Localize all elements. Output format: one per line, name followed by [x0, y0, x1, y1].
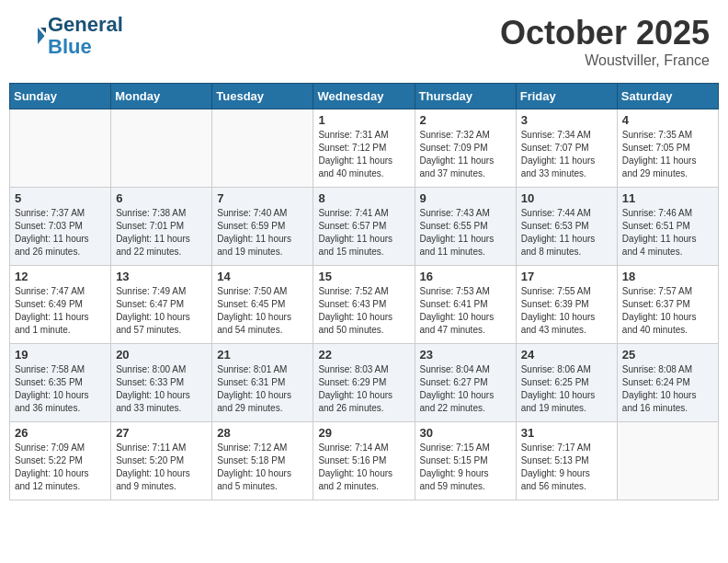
- day-info: Sunrise: 7:31 AM Sunset: 7:12 PM Dayligh…: [318, 129, 409, 180]
- day-info: Sunrise: 8:04 AM Sunset: 6:27 PM Dayligh…: [420, 363, 511, 415]
- day-info: Sunrise: 7:34 AM Sunset: 7:07 PM Dayligh…: [521, 129, 612, 180]
- calendar-day-cell: 3Sunrise: 7:34 AM Sunset: 7:07 PM Daylig…: [516, 109, 617, 188]
- day-number: 28: [217, 426, 308, 440]
- calendar-day-cell: 31Sunrise: 7:17 AM Sunset: 5:13 PM Dayli…: [516, 422, 617, 500]
- day-number: 14: [217, 270, 308, 283]
- day-number: 29: [318, 426, 409, 440]
- day-number: 11: [622, 191, 713, 205]
- calendar-day-cell: 7Sunrise: 7:40 AM Sunset: 6:59 PM Daylig…: [212, 188, 313, 266]
- calendar-week-row: 12Sunrise: 7:47 AM Sunset: 6:49 PM Dayli…: [10, 266, 719, 344]
- day-info: Sunrise: 7:57 AM Sunset: 6:37 PM Dayligh…: [622, 285, 713, 337]
- logo: General Blue: [18, 14, 123, 58]
- day-info: Sunrise: 7:38 AM Sunset: 7:01 PM Dayligh…: [116, 207, 207, 259]
- logo-text: General Blue: [48, 14, 123, 58]
- calendar-day-cell: 29Sunrise: 7:14 AM Sunset: 5:16 PM Dayli…: [313, 422, 415, 500]
- day-info: Sunrise: 7:17 AM Sunset: 5:13 PM Dayligh…: [521, 442, 612, 493]
- calendar-day-cell: 21Sunrise: 8:01 AM Sunset: 6:31 PM Dayli…: [212, 344, 313, 422]
- calendar-day-cell: 26Sunrise: 7:09 AM Sunset: 5:22 PM Dayli…: [10, 422, 111, 500]
- logo-line2: Blue: [48, 36, 123, 58]
- day-number: 27: [116, 426, 207, 440]
- calendar-day-cell: 27Sunrise: 7:11 AM Sunset: 5:20 PM Dayli…: [111, 422, 212, 500]
- day-number: 25: [622, 348, 713, 362]
- logo-line1: General: [48, 14, 123, 36]
- day-number: 23: [420, 348, 511, 362]
- location-title: Woustviller, France: [500, 52, 710, 69]
- calendar-week-row: 26Sunrise: 7:09 AM Sunset: 5:22 PM Dayli…: [10, 422, 719, 500]
- calendar-day-cell: 5Sunrise: 7:37 AM Sunset: 7:03 PM Daylig…: [10, 188, 111, 266]
- calendar-day-cell: 12Sunrise: 7:47 AM Sunset: 6:49 PM Dayli…: [10, 266, 111, 344]
- calendar-day-cell: 8Sunrise: 7:41 AM Sunset: 6:57 PM Daylig…: [313, 188, 415, 266]
- day-info: Sunrise: 7:41 AM Sunset: 6:57 PM Dayligh…: [318, 207, 409, 259]
- day-number: 10: [521, 191, 612, 205]
- day-info: Sunrise: 7:52 AM Sunset: 6:43 PM Dayligh…: [318, 285, 409, 337]
- weekday-header: Friday: [516, 84, 617, 109]
- calendar-day-cell: 22Sunrise: 8:03 AM Sunset: 6:29 PM Dayli…: [313, 344, 415, 422]
- day-number: 19: [15, 348, 106, 362]
- day-info: Sunrise: 7:32 AM Sunset: 7:09 PM Dayligh…: [420, 129, 511, 180]
- calendar-day-cell: 2Sunrise: 7:32 AM Sunset: 7:09 PM Daylig…: [415, 109, 516, 188]
- day-info: Sunrise: 7:40 AM Sunset: 6:59 PM Dayligh…: [217, 207, 308, 259]
- day-info: Sunrise: 7:11 AM Sunset: 5:20 PM Dayligh…: [116, 442, 207, 493]
- weekday-header: Tuesday: [212, 84, 313, 109]
- day-info: Sunrise: 7:35 AM Sunset: 7:05 PM Dayligh…: [622, 129, 713, 180]
- day-number: 16: [420, 270, 511, 283]
- day-number: 7: [217, 191, 308, 205]
- calendar-day-cell: 15Sunrise: 7:52 AM Sunset: 6:43 PM Dayli…: [313, 266, 415, 344]
- calendar-day-cell: 25Sunrise: 8:08 AM Sunset: 6:24 PM Dayli…: [617, 344, 718, 422]
- day-info: Sunrise: 7:49 AM Sunset: 6:47 PM Dayligh…: [116, 285, 207, 337]
- calendar-day-cell: 14Sunrise: 7:50 AM Sunset: 6:45 PM Dayli…: [212, 266, 313, 344]
- day-number: 12: [15, 270, 106, 283]
- calendar-day-cell: 17Sunrise: 7:55 AM Sunset: 6:39 PM Dayli…: [516, 266, 617, 344]
- day-number: 5: [15, 191, 106, 205]
- calendar-day-cell: 20Sunrise: 8:00 AM Sunset: 6:33 PM Dayli…: [111, 344, 212, 422]
- day-info: Sunrise: 7:37 AM Sunset: 7:03 PM Dayligh…: [15, 207, 106, 259]
- calendar-day-cell: [10, 109, 111, 188]
- calendar-day-cell: 19Sunrise: 7:58 AM Sunset: 6:35 PM Dayli…: [10, 344, 111, 422]
- calendar-day-cell: 4Sunrise: 7:35 AM Sunset: 7:05 PM Daylig…: [617, 109, 718, 188]
- title-block: October 2025 Woustviller, France: [500, 14, 710, 69]
- calendar-day-cell: 24Sunrise: 8:06 AM Sunset: 6:25 PM Dayli…: [516, 344, 617, 422]
- calendar-day-cell: [111, 109, 212, 188]
- day-number: 13: [116, 270, 207, 283]
- weekday-header: Thursday: [415, 84, 516, 109]
- day-number: 3: [521, 113, 612, 127]
- calendar-day-cell: 9Sunrise: 7:43 AM Sunset: 6:55 PM Daylig…: [415, 188, 516, 266]
- day-number: 9: [420, 191, 511, 205]
- day-number: 8: [318, 191, 409, 205]
- calendar-day-cell: [617, 422, 718, 500]
- calendar-day-cell: 30Sunrise: 7:15 AM Sunset: 5:15 PM Dayli…: [415, 422, 516, 500]
- day-info: Sunrise: 8:00 AM Sunset: 6:33 PM Dayligh…: [116, 363, 207, 415]
- day-number: 17: [521, 270, 612, 283]
- day-info: Sunrise: 7:55 AM Sunset: 6:39 PM Dayligh…: [521, 285, 612, 337]
- day-info: Sunrise: 7:43 AM Sunset: 6:55 PM Dayligh…: [420, 207, 511, 259]
- day-number: 21: [217, 348, 308, 362]
- day-info: Sunrise: 7:09 AM Sunset: 5:22 PM Dayligh…: [15, 442, 106, 493]
- day-number: 4: [622, 113, 713, 127]
- day-number: 15: [318, 270, 409, 283]
- calendar-day-cell: 18Sunrise: 7:57 AM Sunset: 6:37 PM Dayli…: [617, 266, 718, 344]
- day-number: 20: [116, 348, 207, 362]
- calendar-day-cell: 10Sunrise: 7:44 AM Sunset: 6:53 PM Dayli…: [516, 188, 617, 266]
- day-info: Sunrise: 7:58 AM Sunset: 6:35 PM Dayligh…: [15, 363, 106, 415]
- day-number: 30: [420, 426, 511, 440]
- day-number: 6: [116, 191, 207, 205]
- day-info: Sunrise: 7:15 AM Sunset: 5:15 PM Dayligh…: [420, 442, 511, 493]
- day-info: Sunrise: 8:03 AM Sunset: 6:29 PM Dayligh…: [318, 363, 409, 415]
- day-info: Sunrise: 7:44 AM Sunset: 6:53 PM Dayligh…: [521, 207, 612, 259]
- logo-icon: [18, 22, 46, 50]
- day-info: Sunrise: 7:14 AM Sunset: 5:16 PM Dayligh…: [318, 442, 409, 493]
- calendar-table: SundayMondayTuesdayWednesdayThursdayFrid…: [9, 83, 719, 500]
- day-number: 24: [521, 348, 612, 362]
- day-info: Sunrise: 7:46 AM Sunset: 6:51 PM Dayligh…: [622, 207, 713, 259]
- weekday-header: Sunday: [10, 84, 111, 109]
- day-info: Sunrise: 7:12 AM Sunset: 5:18 PM Dayligh…: [217, 442, 308, 493]
- day-number: 26: [15, 426, 106, 440]
- month-title: October 2025: [500, 14, 710, 52]
- day-info: Sunrise: 7:47 AM Sunset: 6:49 PM Dayligh…: [15, 285, 106, 337]
- day-number: 1: [318, 113, 409, 127]
- calendar-day-cell: 23Sunrise: 8:04 AM Sunset: 6:27 PM Dayli…: [415, 344, 516, 422]
- day-number: 18: [622, 270, 713, 283]
- day-info: Sunrise: 7:50 AM Sunset: 6:45 PM Dayligh…: [217, 285, 308, 337]
- weekday-header: Wednesday: [313, 84, 415, 109]
- day-number: 22: [318, 348, 409, 362]
